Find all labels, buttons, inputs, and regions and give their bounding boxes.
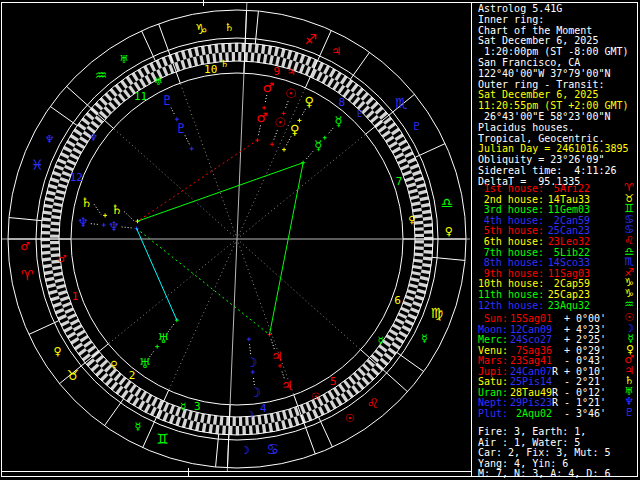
- house-cusp-value: 11Gem03: [546, 205, 590, 215]
- house-ruler-icon: ☿: [180, 401, 186, 412]
- house-ruler-icon: ♂: [58, 253, 67, 264]
- natal-pointer: [274, 130, 278, 140]
- transit-pointer: [327, 128, 333, 135]
- house-cusp-value: 2Can59: [546, 216, 590, 226]
- transit-pluto-glyph: ♇: [162, 93, 174, 108]
- house-cusp-dotted: [237, 88, 305, 239]
- sign-glyph-pisces: ♓: [31, 157, 44, 173]
- house-ruler-icon: ♃: [286, 66, 295, 77]
- planet-position-value: 15Sag01: [510, 314, 552, 324]
- info-line: Obliquity = 23°26'09": [478, 155, 604, 165]
- zodiac-sign-icon: ♒: [624, 300, 634, 310]
- sign-glyph-libra: ♎: [441, 195, 454, 211]
- house-number-3: 3: [194, 400, 201, 413]
- transit-mercury-glyph: ☿: [335, 114, 343, 129]
- aspect-line-mercury-saturn: [138, 163, 304, 222]
- planet-velocity: + 4°23': [564, 325, 606, 335]
- aspect-line-uranus-neptune: [137, 228, 177, 320]
- planet-velocity: - 0°43': [564, 356, 606, 366]
- house-number-8: 8: [339, 96, 346, 109]
- house-ruler-icon: ♀: [110, 359, 117, 370]
- info-line: Inner ring:: [478, 15, 544, 25]
- house-cusp-line: [244, 10, 247, 73]
- planet-label: Jupi:: [478, 367, 508, 377]
- transit-pointer: [281, 370, 284, 379]
- transit-venus-glyph: ♀: [304, 94, 314, 109]
- house-cusp-value: 23Leo32: [546, 237, 590, 247]
- house-number-6: 6: [394, 294, 401, 307]
- planet-velocity: + 0°29': [564, 346, 606, 356]
- planet-velocity: - 1°21': [564, 398, 606, 408]
- house-row: 12th house:23Aqu32♒: [478, 301, 636, 312]
- natal-pointer: [249, 343, 250, 354]
- planet-position-value: 29Pis23: [510, 398, 552, 408]
- retrograde-flag: R: [552, 388, 558, 398]
- natal-sun-glyph: ☉: [274, 115, 286, 130]
- planet-velocity: - 0°12': [564, 388, 606, 398]
- transit-saturn-glyph: ♄: [81, 195, 93, 210]
- house-cusp-line: [227, 405, 230, 468]
- sign-glyph-aquarius: ♒: [95, 67, 108, 83]
- info-line: 122°40'00"W 37°79'00"N: [478, 69, 610, 79]
- sign-ruler-icon: ♀: [53, 345, 61, 358]
- house-number-7: 7: [396, 175, 403, 188]
- sign-ruler-icon: ♀: [445, 225, 453, 238]
- planet-label: Moon:: [478, 325, 508, 335]
- planet-label: Sun:: [478, 314, 508, 324]
- house-cusp-value: 5Lib22: [546, 248, 590, 258]
- info-line: 26°43'00"E 58°23'00"N: [478, 112, 610, 122]
- info-line: Sat December 6, 2025: [478, 90, 598, 100]
- info-line: Tropical, Geocentric.: [478, 134, 604, 144]
- house-number-10: 10: [204, 63, 217, 76]
- planet-label: Merc:: [478, 335, 508, 345]
- house-label: 7th house:: [478, 248, 544, 258]
- transit-pointer: [285, 101, 288, 109]
- sign-boundary-line: [397, 352, 424, 371]
- house-cusp-value: 2Cap59: [546, 279, 590, 289]
- house-label: 4th house:: [478, 216, 544, 226]
- house-cusp-value: 25Cap23: [546, 290, 590, 300]
- house-cusp-value: 14Tau33: [546, 195, 590, 205]
- house-cusp-value: 5Ari22: [546, 184, 590, 194]
- house-cusp-value: 25Can23: [546, 226, 590, 236]
- natal-jupiter-glyph: ♃: [271, 349, 283, 364]
- sign-glyph-scorpio: ♏: [395, 95, 408, 111]
- house-label: 2nd house:: [478, 195, 544, 205]
- sign-ruler-icon: ☿: [135, 420, 142, 433]
- transit-moon-glyph: ☽: [249, 385, 261, 400]
- transit-pointer: [301, 109, 305, 117]
- house-ruler-icon: ☿: [377, 335, 383, 346]
- house-ruler-icon: ☉: [311, 391, 320, 402]
- transit-pointer: [91, 224, 100, 225]
- house-label: 11th house:: [478, 290, 544, 300]
- sign-glyph-cancer: ♋: [266, 441, 279, 457]
- sign-ruler-icon: ♆: [45, 133, 55, 146]
- transit-mars-glyph: ♂: [263, 80, 275, 95]
- planet-velocity: + 0°10': [564, 367, 606, 377]
- transit-pointer: [171, 108, 175, 116]
- sign-glyph-leo: ♌: [367, 395, 380, 411]
- natal-moon-glyph: ☽: [246, 355, 258, 370]
- summary-line: Fire: 3, Earth: 1,: [478, 427, 586, 437]
- natal-pointer: [124, 212, 133, 221]
- house-cusp-dotted: [237, 239, 294, 395]
- natal-pointer: [122, 227, 133, 228]
- house-ruler-icon: ♇: [355, 108, 364, 119]
- summary-line: Car: 2, Fix: 3, Mut: 5: [478, 448, 610, 458]
- retrograde-flag: R: [552, 398, 558, 408]
- sign-boundary-line: [319, 417, 333, 447]
- natal-pointer: [306, 151, 313, 159]
- house-cusp-value: 23Aqu32: [546, 301, 590, 311]
- house-cusp-value: 14Sco33: [546, 258, 590, 268]
- info-line: Sidereal time: 4:11:26: [478, 166, 616, 176]
- house-label: 9th house:: [478, 269, 544, 279]
- planet-position-value: 2Aqu02: [510, 409, 552, 419]
- house-ruler-icon: ♅: [154, 76, 163, 87]
- planet-position-value: 7Sag36: [510, 346, 552, 356]
- planet-label: Mars:: [478, 356, 508, 366]
- house-label: 12th house:: [478, 301, 544, 311]
- summary-line: Air : 1, Water: 5: [478, 438, 580, 448]
- transit-sun-glyph: ☉: [285, 86, 297, 101]
- summary-line: M: 7, N: 3, A: 4, D: 6: [478, 469, 610, 479]
- planet-label: Uran:: [478, 388, 508, 398]
